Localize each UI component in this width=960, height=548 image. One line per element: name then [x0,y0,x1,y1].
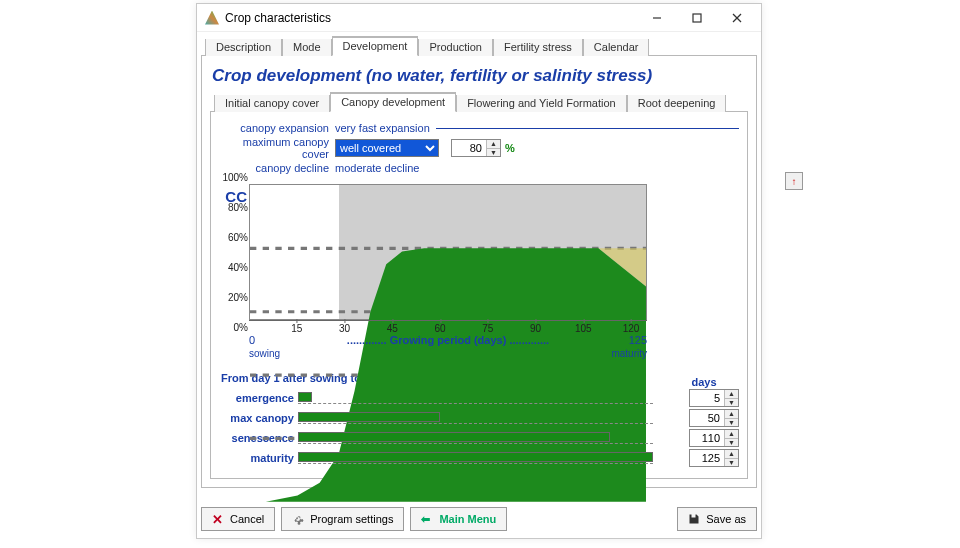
stage-bar-zone [298,432,653,444]
stage-bar-zone [298,412,653,424]
minimize-button[interactable] [637,6,677,30]
period-end-value: 125 [629,334,647,346]
canopy-chart: 0% 20% 40% 60% 80% 100% [249,184,647,320]
stage-days-spin-maturity[interactable]: ▲▼ [689,449,739,467]
subtab-initial-canopy-cover[interactable]: Initial canopy cover [214,95,330,112]
subtab-canopy-development[interactable]: Canopy development [330,92,456,112]
xtick: 15 [291,323,302,334]
cancel-button-label: Cancel [230,513,264,525]
stage-bar-zone [298,392,653,404]
gear-icon [292,513,304,525]
stage-bar [298,432,610,442]
tab-description[interactable]: Description [205,39,282,56]
spin-up-icon[interactable]: ▲ [725,450,738,459]
max-canopy-cover-input[interactable] [452,140,486,156]
stage-days-spin-max canopy[interactable]: ▲▼ [689,409,739,427]
max-canopy-cover-spin[interactable]: ▲▼ [451,139,501,157]
period-start-label: sowing [249,348,280,359]
xtick: 105 [575,323,592,334]
canopy-expansion-value: very fast expansion [335,122,430,134]
rule-line [436,128,739,129]
tab-fertility-stress[interactable]: Fertility stress [493,39,583,56]
spin-down-icon[interactable]: ▼ [725,419,738,427]
tab-mode[interactable]: Mode [282,39,332,56]
subtab-root-deepening[interactable]: Root deepening [627,95,727,112]
ytick-20: 20% [212,292,248,303]
maximize-button[interactable] [677,6,717,30]
canopy-expansion-label: canopy expansion [219,122,335,134]
app-icon [205,11,219,25]
ytick-100: 100% [212,172,248,183]
spin-up-icon[interactable]: ▲ [487,140,500,149]
x-axis: 15 30 45 60 75 90 105 120 [249,320,647,334]
tab-development[interactable]: Development [332,36,419,56]
home-icon: ⬅ [421,513,433,525]
save-as-label: Save as [706,513,746,525]
close-icon: ✕ [212,513,224,525]
xtick: 60 [434,323,445,334]
xtick: 75 [482,323,493,334]
stage-days-input[interactable] [690,390,724,406]
spin-down-icon[interactable]: ▼ [487,149,500,157]
stage-bar [298,412,440,422]
sub-tabs: Initial canopy cover Canopy development … [210,92,748,112]
stage-days-input[interactable] [690,410,724,426]
cancel-button[interactable]: ✕ Cancel [201,507,275,531]
spin-up-icon[interactable]: ▲ [725,430,738,439]
program-settings-button[interactable]: Program settings [281,507,404,531]
days-header: days [669,376,739,388]
stage-bar [298,392,312,402]
stage-days-spin-emergence[interactable]: ▲▼ [689,389,739,407]
titlebar: Crop characteristics [197,4,761,32]
growing-period-label: ............. Growing period (days) ....… [249,334,647,346]
main-menu-button[interactable]: ⬅ Main Menu [410,507,507,531]
xtick: 120 [623,323,640,334]
stage-days-input[interactable] [690,450,724,466]
save-as-button[interactable]: Save as [677,507,757,531]
stage-days-spin-senescence[interactable]: ▲▼ [689,429,739,447]
program-settings-label: Program settings [310,513,393,525]
xtick: 90 [530,323,541,334]
close-button[interactable] [717,6,757,30]
ytick-0: 0% [212,322,248,333]
ytick-60: 60% [212,232,248,243]
scroll-up-button[interactable]: ↑ [785,172,803,190]
percent-symbol: % [505,142,515,154]
development-panel: Crop development (no water, fertility or… [201,56,757,488]
stage-bar-zone [298,452,653,464]
period-end-label: maturity [611,348,647,359]
spin-up-icon[interactable]: ▲ [725,410,738,419]
save-icon [688,513,700,525]
max-canopy-cover-select[interactable]: well covered [335,139,439,157]
stage-days-input[interactable] [690,430,724,446]
stage-bar [298,452,653,462]
ytick-80: 80% [212,202,248,213]
footer-buttons: ✕ Cancel Program settings ⬅ Main Menu Sa… [201,504,757,534]
xtick: 30 [339,323,350,334]
subtab-flowering-yield[interactable]: Flowering and Yield Formation [456,95,627,112]
canopy-decline-value: moderate decline [335,162,419,174]
ytick-40: 40% [212,262,248,273]
svg-rect-1 [693,14,701,22]
main-tabs: Description Mode Development Production … [201,36,757,56]
tab-calendar[interactable]: Calendar [583,39,650,56]
max-canopy-cover-label: maximum canopy cover [219,136,335,160]
window-title: Crop characteristics [225,11,637,25]
spin-down-icon[interactable]: ▼ [725,399,738,407]
tab-production[interactable]: Production [418,39,493,56]
spin-down-icon[interactable]: ▼ [725,459,738,467]
crop-characteristics-window: Crop characteristics Description Mode De… [196,3,762,539]
page-heading: Crop development (no water, fertility or… [210,62,748,92]
spin-down-icon[interactable]: ▼ [725,439,738,447]
spin-up-icon[interactable]: ▲ [725,390,738,399]
main-menu-label: Main Menu [439,513,496,525]
xtick: 45 [387,323,398,334]
